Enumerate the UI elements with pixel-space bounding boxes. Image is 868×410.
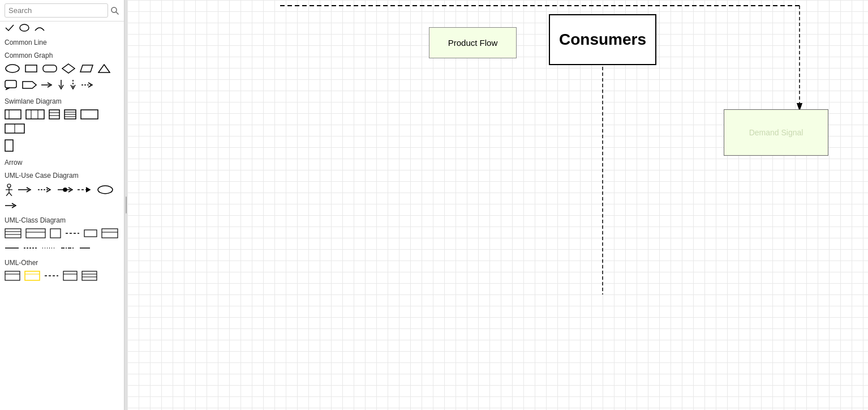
section-label-swimlane: Swimlane Diagram [0,94,124,107]
shape-usecase-ellipse[interactable] [96,183,115,196]
product-flow-label: Product Flow [448,38,498,48]
shape-diamond[interactable] [61,62,76,75]
shape-uml-other-5[interactable] [80,270,98,282]
shape-fork-arrow[interactable] [56,185,74,195]
demand-signal-label: Demand Signal [749,128,803,137]
shape-class-simple[interactable] [49,227,62,240]
shape-parallelogram[interactable] [78,62,95,75]
svg-marker-6 [62,64,75,73]
shape-arrow-down-solid[interactable] [56,78,66,92]
shape-swimlane-vert2[interactable] [63,108,78,121]
svg-point-0 [111,7,117,12]
shape-line-dotted[interactable] [41,243,58,253]
svg-rect-5 [43,65,57,72]
shape-row-basic2 [0,77,124,94]
svg-line-34 [6,193,9,196]
shape-actor[interactable] [3,182,15,197]
svg-point-39 [63,188,67,191]
shape-swimlane-horiz[interactable] [3,108,23,121]
svg-line-1 [116,12,119,15]
svg-marker-10 [23,82,36,88]
section-label-uml-other: UML-Other [0,255,124,268]
svg-marker-7 [80,65,93,72]
shape-row-basic1 [0,61,124,77]
svg-point-31 [7,184,11,187]
shape-arrow-down-dashed[interactable] [68,78,78,92]
shape-uml-other-2[interactable] [23,270,41,282]
shape-extend-arrow[interactable] [76,185,94,195]
svg-rect-27 [81,110,98,119]
shape-circle-outline[interactable] [18,23,31,33]
shape-row-uml-uc2 [0,199,124,213]
shape-class-full[interactable] [3,227,23,240]
shape-assoc-arrow[interactable] [16,185,35,195]
shape-line-h[interactable] [3,243,20,253]
sidebar: Common Line Common Graph [0,0,124,410]
shape-row-uml-other [0,268,124,284]
svg-line-35 [9,193,12,196]
shape-arrow-right-simple[interactable] [3,200,19,211]
section-label-common-graph: Common Graph [0,48,124,61]
shape-swimlane-wide2[interactable] [3,122,26,135]
shape-dashed-line-h[interactable] [64,228,81,238]
svg-rect-52 [102,229,118,238]
shape-arrow-right[interactable] [40,80,54,90]
svg-rect-44 [5,229,21,238]
search-container [0,0,124,22]
shape-class-2sec[interactable] [24,227,47,240]
shape-row-top-partial [0,22,124,35]
shape-row-uml-uc [0,181,124,199]
shape-rect[interactable] [23,62,39,75]
shape-pentagon-arrow[interactable] [21,79,38,91]
shape-line-dashed2[interactable] [22,243,39,253]
shape-uml-other-4[interactable] [62,270,79,282]
shape-line-dashed3[interactable] [59,243,76,253]
svg-rect-47 [26,229,45,238]
shape-check[interactable] [3,23,16,33]
shape-swimlane-wide[interactable] [79,108,100,121]
svg-point-42 [98,186,113,194]
shape-uml-other-1[interactable] [3,270,22,282]
shape-row-swimlane [0,107,124,137]
shape-swimlane-horiz2[interactable] [24,108,46,121]
node-demand-signal[interactable]: Demand Signal [724,109,828,156]
search-icon [110,6,119,15]
svg-rect-59 [5,271,20,280]
shape-uml-other-3[interactable] [43,271,60,281]
search-input[interactable] [5,3,108,18]
shape-swimlane-vert[interactable] [48,108,61,121]
shape-line-short[interactable] [78,243,92,253]
svg-rect-49 [50,229,61,238]
connectors-svg [127,0,868,410]
shape-curved[interactable] [33,23,46,33]
svg-point-2 [20,24,29,31]
svg-rect-9 [5,80,16,88]
svg-rect-4 [25,65,37,72]
shape-class-header[interactable] [100,227,119,240]
shape-single-cell[interactable] [3,138,15,153]
svg-rect-30 [5,140,13,151]
svg-rect-20 [49,110,59,119]
shape-rect-small[interactable] [83,227,98,240]
svg-rect-51 [84,230,97,237]
section-label-uml-use-case: UML-Use Case Diagram [0,168,124,181]
svg-marker-8 [98,65,110,72]
svg-rect-66 [82,271,97,280]
shape-speech-bubble[interactable] [3,79,19,91]
shape-dash-arrow-right[interactable] [80,80,96,90]
canvas-area[interactable]: Consumers Product Flow Demand Signal [127,0,868,410]
node-product-flow[interactable]: Product Flow [429,27,517,58]
svg-rect-15 [5,110,21,119]
section-label-arrow: Arrow [0,155,124,168]
shape-row-uml-class2 [0,242,124,255]
node-consumers[interactable]: Consumers [549,14,656,65]
section-label-uml-class: UML-Class Diagram [0,213,124,226]
consumers-label: Consumers [559,31,646,49]
shape-rounded-rect[interactable] [41,62,59,75]
svg-rect-61 [25,271,40,280]
shape-triangle[interactable] [97,62,111,75]
shape-oval[interactable] [3,62,22,75]
shape-dep-arrow[interactable] [36,185,54,195]
shape-row-uml-class [0,226,124,242]
svg-point-3 [6,65,19,72]
